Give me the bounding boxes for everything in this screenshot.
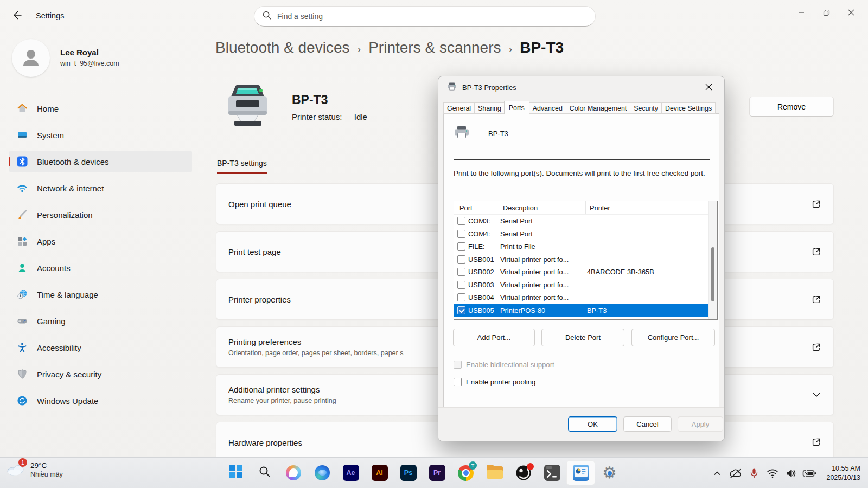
windows-logo-icon [229,465,243,481]
ok-button[interactable]: OK [568,416,617,432]
port-checkbox[interactable] [457,281,465,289]
sidebar-item-network-internet[interactable]: Network & internet [9,177,192,199]
port-row-usb005[interactable]: USB005 PrinterPOS-80 BP-T3 [454,304,717,317]
breadcrumb-current: BP-T3 [520,39,564,56]
cancel-button[interactable]: Cancel [623,416,672,432]
column-header-description[interactable]: Description [499,201,586,214]
settings-gear-icon[interactable]: ⚙ [595,460,624,485]
port-row-usb002[interactable]: USB002 Virtual printer port fo... 4BARCO… [454,266,717,279]
breadcrumb-printers-scanners[interactable]: Printers & scanners [368,39,501,56]
column-header-printer[interactable]: Printer [586,204,717,212]
sidebar-item-gaming[interactable]: Gaming [9,310,192,332]
close-button[interactable] [839,3,864,22]
sidebar-item-apps[interactable]: Apps [9,230,192,252]
taskbar-clock[interactable]: 10:55 AM 2025/10/13 [823,462,864,485]
edge-icon[interactable] [308,460,336,485]
photoshop-icon[interactable]: Ps [394,460,423,485]
port-checkbox[interactable] [457,242,465,251]
add-port-button[interactable]: Add Port... [453,329,535,346]
sidebar-item-windows-update[interactable]: Windows Update [9,390,192,412]
control-panel-icon-active[interactable] [566,460,595,485]
breadcrumb: Bluetooth & devices › Printers & scanner… [215,39,564,56]
port-row-com3[interactable]: COM3: Serial Port [454,215,717,228]
port-row-usb001[interactable]: USB001 Virtual printer port fo... [454,253,717,266]
minimize-button[interactable] [789,3,814,22]
printer-icon-small [454,126,470,141]
delete-port-button[interactable]: Delete Port [541,329,624,346]
port-checkbox[interactable] [457,293,465,301]
breadcrumb-bluetooth-devices[interactable]: Bluetooth & devices [215,39,350,56]
sidebar-item-accounts[interactable]: Accounts [9,257,192,279]
microphone-icon[interactable] [745,463,763,484]
list-scrollbar[interactable] [708,201,717,319]
battery-icon[interactable] [800,463,819,484]
option-label: Enable printer pooling [466,378,535,386]
avatar[interactable] [12,39,50,77]
tab-printer-settings[interactable]: BP-T3 settings [217,159,267,174]
external-link-icon [810,293,822,305]
port-row-file[interactable]: FILE: Print to File [454,240,717,253]
port-row-usb003[interactable]: USB003 Virtual printer port fo... [454,279,717,292]
port-checkbox[interactable] [457,217,465,225]
printer-pooling-checkbox[interactable] [454,378,462,386]
accessibility-icon [16,342,28,354]
option-printer-pooling[interactable]: Enable printer pooling [454,378,535,386]
port-description: Virtual printer port fo... [496,255,583,264]
remove-button[interactable]: Remove [749,97,834,117]
printer-status: Printer status: Idle [292,112,367,121]
dialog-titlebar[interactable]: BP-T3 Properties [438,76,724,98]
weather-widget[interactable]: 1 29°C Nhiều mây [5,461,63,478]
sidebar-item-personalization[interactable]: Personalization [9,204,192,226]
port-checkbox[interactable] [457,230,465,238]
sidebar-item-label: Time & language [37,290,98,299]
illustrator-icon[interactable]: Ai [365,460,394,485]
copilot-icon[interactable] [279,460,308,485]
port-checkbox[interactable] [457,306,465,314]
chevron-down-icon [810,389,822,401]
configure-port-button[interactable]: Configure Port... [631,329,715,346]
restore-button[interactable] [814,3,839,22]
tab-general[interactable]: General [443,102,474,114]
tab-sharing[interactable]: Sharing [474,102,505,114]
port-row-usb004[interactable]: USB004 Virtual printer port fo... [454,291,717,304]
sidebar-item-system[interactable]: System [9,124,192,146]
tab-ports[interactable]: Ports [504,101,529,114]
tab-security[interactable]: Security [630,102,661,114]
time-language-icon [16,288,28,300]
volume-icon[interactable] [782,463,800,484]
external-link-icon [810,341,822,353]
port-description: PrinterPOS-80 [496,306,583,314]
divider [454,159,710,160]
tab-color-management[interactable]: Color Management [566,102,630,114]
port-row-com4[interactable]: COM4: Serial Port [454,228,717,241]
scrollbar-thumb[interactable] [711,247,714,301]
taskbar-search-button[interactable] [250,460,279,485]
search-input[interactable] [277,12,588,21]
onedrive-paused-icon[interactable] [726,463,745,484]
sidebar-item-bluetooth-devices[interactable]: Bluetooth & devices [9,151,192,172]
tray-chevron-up-icon[interactable] [708,463,726,484]
external-link-icon [810,198,822,210]
sidebar-item-accessibility[interactable]: Accessibility [9,337,192,358]
start-button[interactable] [221,460,250,485]
back-button[interactable] [8,7,27,25]
sidebar-item-home[interactable]: Home [9,98,192,119]
after-effects-icon[interactable]: Ae [336,460,365,485]
dialog-close-button[interactable] [700,80,717,94]
file-explorer-icon[interactable] [480,460,509,485]
tab-advanced[interactable]: Advanced [529,102,566,114]
port-checkbox[interactable] [457,255,465,264]
port-checkbox[interactable] [457,268,465,276]
chrome-icon[interactable]: T [451,460,480,485]
search-box[interactable] [254,6,596,27]
apply-button[interactable]: Apply [678,416,723,432]
weather-condition: Nhiều mây [30,471,63,478]
column-header-port[interactable]: Port [454,201,499,214]
sidebar-item-time-language[interactable]: Time & language [9,284,192,305]
terminal-icon[interactable] [538,460,566,485]
tab-device-settings[interactable]: Device Settings [661,102,716,114]
sidebar-item-privacy-security[interactable]: Privacy & security [9,363,192,385]
premiere-icon[interactable]: Pr [423,460,451,485]
wifi-icon[interactable] [763,463,782,484]
obs-icon[interactable] [509,460,538,485]
